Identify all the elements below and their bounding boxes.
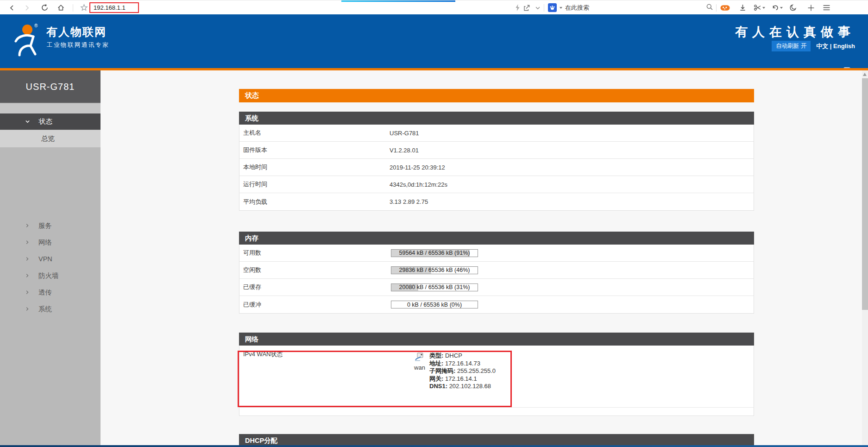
chevron-down-icon — [25, 119, 31, 125]
page-scrollbar[interactable] — [862, 70, 868, 445]
chevron-right-icon — [25, 273, 30, 278]
device-name-block: USR-G781 — [0, 70, 101, 103]
chevron-right-icon — [25, 290, 30, 295]
table-row: 已缓冲 0 kB / 65536 kB (0%) — [239, 296, 754, 313]
bottom-edge-strip — [0, 445, 868, 447]
usr-logo-icon: ® — [10, 22, 41, 61]
wan-interface-icon — [415, 355, 425, 363]
main-content: 状态 系统 主机名 USR-G781 固件版本 V1.2.28.01 本地时间 … — [101, 70, 862, 445]
favorite-star-icon[interactable] — [79, 0, 89, 15]
page-title-banner: 状态 — [239, 89, 754, 102]
memory-section-header: 内存 — [239, 232, 754, 245]
page-title: 状态 — [245, 91, 259, 100]
row-value: V1.2.28.01 — [390, 147, 419, 154]
undo-icon[interactable] — [770, 0, 780, 15]
find-on-page-field[interactable]: 在此搜索 — [548, 1, 713, 14]
chevron-right-icon — [25, 223, 30, 228]
chevron-right-icon — [25, 256, 30, 262]
row-label: 平均负载 — [243, 198, 267, 206]
refresh-icon[interactable] — [39, 0, 50, 15]
toolbar-divider — [73, 4, 73, 12]
system-table: 主机名 USR-G781 固件版本 V1.2.28.01 本地时间 2019-1… — [239, 125, 754, 211]
wan-status-row: IPv4 WAN状态 wan 类型: — [239, 346, 754, 408]
svg-text:®: ® — [34, 23, 38, 28]
sidebar-item-network[interactable]: 网络 — [0, 234, 101, 251]
toolbar-divider — [544, 4, 544, 12]
screenshot-scissors-icon[interactable] — [752, 0, 762, 15]
device-name: USR-G781 — [26, 82, 75, 92]
back-icon[interactable] — [7, 0, 17, 15]
sidebar-item-passthrough[interactable]: 透传 — [0, 284, 101, 301]
wan-interface-name: wan — [410, 364, 429, 371]
system-section-header: 系统 — [239, 112, 754, 125]
network-table: IPv4 WAN状态 wan 类型: — [239, 346, 754, 416]
address-bar[interactable] — [89, 2, 139, 13]
logo-title: 有人物联网 — [46, 25, 107, 39]
memory-usage-text: 20080 kB / 65536 kB (31%) — [391, 284, 478, 291]
table-row: 可用数 59564 kB / 65536 kB (91%) — [239, 245, 754, 262]
forward-icon[interactable] — [22, 0, 31, 15]
wan-detail-line: 网关: 172.16.14.1 — [429, 375, 496, 383]
wan-detail-line: DNS1: 202.102.128.68 — [429, 383, 496, 390]
row-label: 已缓冲 — [243, 301, 261, 309]
share-icon[interactable] — [522, 0, 532, 15]
memory-usage-text: 29836 kB / 65536 kB (46%) — [391, 267, 478, 274]
chevron-right-icon — [25, 239, 30, 245]
wan-detail-line: 地址: 172.16.14.73 — [429, 360, 496, 368]
table-row: 空闲数 29836 kB / 65536 kB (46%) — [239, 262, 754, 279]
browser-toolbar: 在此搜索 — [0, 0, 868, 14]
header-slogan: 有人在认真做事 — [735, 24, 855, 40]
download-icon[interactable] — [737, 0, 748, 15]
scrollbar-up-arrow-icon[interactable] — [863, 73, 867, 76]
sidebar-nav: USR-G781 状态 总览 服务 网络 VPN — [0, 70, 101, 445]
row-label: 本地时间 — [243, 163, 267, 171]
scissors-caret-icon[interactable] — [762, 7, 765, 9]
row-label: 已缓存 — [243, 283, 261, 291]
sidebar-item-status[interactable]: 状态 — [0, 113, 101, 130]
logo-subtitle: 工业物联网通讯专家 — [47, 41, 109, 49]
new-tab-plus-icon[interactable] — [806, 0, 816, 15]
network-section-header: 网络 — [239, 333, 754, 346]
row-label: 主机名 — [243, 129, 261, 137]
menu-hamburger-icon[interactable] — [821, 0, 832, 15]
search-engine-caret-icon[interactable] — [560, 7, 562, 9]
undo-caret-icon[interactable] — [780, 7, 783, 9]
table-row: 已缓存 20080 kB / 65536 kB (31%) — [239, 279, 754, 296]
screenshot-root: 在此搜索 — [0, 0, 868, 447]
baidu-paw-icon[interactable] — [548, 3, 557, 12]
table-row: 平均负载 3.13 2.89 2.75 — [239, 193, 754, 210]
memory-usage-bar: 29836 kB / 65536 kB (46%) — [391, 266, 478, 274]
memory-usage-text: 59564 kB / 65536 kB (91%) — [391, 250, 478, 257]
row-label: 运行时间 — [243, 180, 267, 189]
search-placeholder-text: 在此搜索 — [565, 4, 589, 12]
home-icon[interactable] — [56, 0, 66, 15]
lightning-icon[interactable] — [513, 0, 522, 15]
memory-usage-text: 0 kB / 65536 kB (0%) — [391, 301, 478, 308]
sidebar-divider-band — [0, 104, 101, 113]
search-icon[interactable] — [706, 3, 713, 13]
sidebar-item-firewall[interactable]: 防火墙 — [0, 267, 101, 284]
row-value: 4342s,0d:1h:12m:22s — [390, 181, 447, 188]
chevron-right-icon — [25, 306, 30, 312]
row-label: 可用数 — [243, 249, 261, 257]
dark-mode-moon-icon[interactable] — [787, 0, 799, 15]
row-value: 2019-11-25 20:39:12 — [390, 164, 445, 171]
sidebar-item-services[interactable]: 服务 — [0, 217, 101, 234]
chevron-down-icon[interactable] — [533, 0, 542, 15]
site-header: ® 有人物联网 工业物联网通讯专家 有人在认真做事 自动刷新 开 中文 | En… — [0, 14, 868, 68]
language-switch[interactable]: 中文 | English — [816, 42, 855, 50]
wan-detail-line: 子网掩码: 255.255.255.0 — [429, 367, 496, 375]
scrollbar-thumb[interactable] — [862, 78, 868, 310]
games-icon[interactable] — [719, 0, 731, 15]
wan-details: 类型: DHCP 地址: 172.16.14.73 子网掩码: 255.255.… — [429, 352, 496, 390]
page-loading-bar — [341, 0, 455, 2]
sidebar-item-system[interactable]: 系统 — [0, 301, 101, 317]
sidebar-item-overview[interactable]: 总览 — [0, 130, 101, 147]
address-input[interactable] — [94, 4, 135, 11]
table-row: 主机名 USR-G781 — [239, 125, 754, 142]
memory-usage-bar: 59564 kB / 65536 kB (91%) — [391, 249, 478, 257]
memory-usage-bar: 0 kB / 65536 kB (0%) — [391, 301, 478, 308]
auto-refresh-toggle[interactable]: 自动刷新 开 — [772, 41, 811, 51]
table-row: 运行时间 4342s,0d:1h:12m:22s — [239, 176, 754, 193]
sidebar-item-vpn[interactable]: VPN — [0, 251, 101, 267]
